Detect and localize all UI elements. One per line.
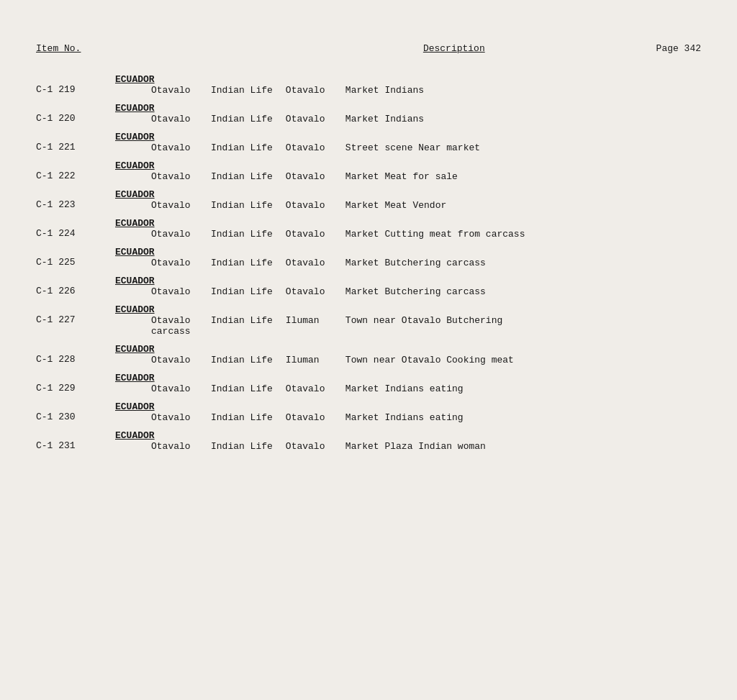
country-label: ECUADOR	[108, 304, 701, 315]
category: Indian Life	[211, 171, 273, 182]
item-number: C-1 227	[36, 304, 108, 325]
item-number: C-1 223	[36, 189, 108, 210]
category: Indian Life	[211, 286, 273, 297]
country-label: ECUADOR	[108, 160, 701, 171]
table-row: C-1 228ECUADOROtavaloIndian LifeIlumanTo…	[36, 344, 701, 365]
entries-list: C-1 219ECUADOROtavaloIndian LifeOtavaloM…	[36, 74, 701, 459]
country-label: ECUADOR	[108, 401, 701, 412]
entry-content: ECUADOROtavaloIndian LifeOtavaloMarket I…	[108, 373, 701, 394]
entry-continuation: carcass	[108, 326, 701, 337]
description: Town near Otavalo Butchering	[345, 315, 701, 326]
location: Otavalo	[151, 286, 198, 297]
description: Market Meat Vendor	[345, 200, 701, 211]
entry-details: OtavaloIndian LifeIlumanTown near Otaval…	[108, 315, 701, 326]
country-label: ECUADOR	[108, 247, 701, 258]
category: Indian Life	[211, 229, 273, 240]
category: Indian Life	[211, 355, 273, 365]
table-row: C-1 221ECUADOROtavaloIndian LifeOtavaloS…	[36, 132, 701, 153]
entry-details: OtavaloIndian LifeOtavaloMarket Indians	[108, 114, 701, 124]
entry-details: OtavaloIndian LifeOtavaloStreet scene Ne…	[108, 142, 701, 153]
location: Otavalo	[151, 85, 198, 96]
item-number: C-1 226	[36, 276, 108, 296]
category: Indian Life	[211, 114, 273, 124]
description: Market Indians eating	[345, 412, 701, 423]
entry-content: ECUADOROtavaloIndian LifeIlumanTown near…	[108, 344, 701, 365]
description: Market Cutting meat from carcass	[345, 229, 701, 240]
item-number: C-1 231	[36, 430, 108, 451]
entry-details: OtavaloIndian LifeOtavaloMarket Indians	[108, 85, 701, 96]
location: Otavalo	[151, 315, 198, 326]
table-row: C-1 222ECUADOROtavaloIndian LifeOtavaloM…	[36, 160, 701, 182]
entry-content: ECUADOROtavaloIndian LifeOtavaloMarket I…	[108, 103, 701, 124]
description: Market Indians eating	[345, 383, 701, 394]
table-row: C-1 224ECUADOROtavaloIndian LifeOtavaloM…	[36, 218, 701, 240]
entry-details: OtavaloIndian LifeIlumanTown near Otaval…	[108, 355, 701, 365]
entry-details: OtavaloIndian LifeOtavaloMarket Meat for…	[108, 171, 701, 182]
entry-content: ECUADOROtavaloIndian LifeIlumanTown near…	[108, 304, 701, 337]
table-row: C-1 223ECUADOROtavaloIndian LifeOtavaloM…	[36, 189, 701, 211]
table-row: C-1 229ECUADOROtavaloIndian LifeOtavaloM…	[36, 373, 701, 394]
entry-details: OtavaloIndian LifeOtavaloMarket Plaza In…	[108, 441, 701, 452]
location: Otavalo	[151, 383, 198, 394]
item-number: C-1 230	[36, 401, 108, 422]
entry-details: OtavaloIndian LifeOtavaloMarket Meat Ven…	[108, 200, 701, 211]
category: Indian Life	[211, 315, 273, 326]
city: Otavalo	[286, 383, 333, 394]
location: Otavalo	[151, 229, 198, 240]
entry-content: ECUADOROtavaloIndian LifeOtavaloMarket B…	[108, 247, 701, 268]
item-number: C-1 222	[36, 160, 108, 181]
table-row: C-1 219ECUADOROtavaloIndian LifeOtavaloM…	[36, 74, 701, 96]
entry-details: OtavaloIndian LifeOtavaloMarket Butcheri…	[108, 258, 701, 268]
category: Indian Life	[211, 383, 273, 394]
entry-content: ECUADOROtavaloIndian LifeOtavaloMarket B…	[108, 276, 701, 297]
description: Market Meat for sale	[345, 171, 701, 182]
category: Indian Life	[211, 200, 273, 211]
city: Otavalo	[286, 412, 333, 423]
entry-content: ECUADOROtavaloIndian LifeOtavaloMarket M…	[108, 160, 701, 182]
country-label: ECUADOR	[108, 344, 701, 355]
header-description: Description	[252, 43, 656, 54]
item-number: C-1 221	[36, 132, 108, 153]
category: Indian Life	[211, 142, 273, 153]
category: Indian Life	[211, 85, 273, 96]
city: Iluman	[286, 355, 333, 365]
item-number: C-1 220	[36, 103, 108, 124]
description: Market Plaza Indian woman	[345, 441, 701, 452]
table-row: C-1 230ECUADOROtavaloIndian LifeOtavaloM…	[36, 401, 701, 423]
item-number: C-1 228	[36, 344, 108, 365]
city: Otavalo	[286, 142, 333, 153]
entry-content: ECUADOROtavaloIndian LifeOtavaloMarket I…	[108, 401, 701, 423]
entry-content: ECUADOROtavaloIndian LifeOtavaloMarket M…	[108, 189, 701, 211]
country-label: ECUADOR	[108, 189, 701, 200]
city: Otavalo	[286, 441, 333, 452]
location: Otavalo	[151, 171, 198, 182]
item-number: C-1 225	[36, 247, 108, 268]
city: Otavalo	[286, 114, 333, 124]
category: Indian Life	[211, 258, 273, 268]
table-row: C-1 227ECUADOROtavaloIndian LifeIlumanTo…	[36, 304, 701, 337]
entry-content: ECUADOROtavaloIndian LifeOtavaloMarket C…	[108, 218, 701, 240]
entry-details: OtavaloIndian LifeOtavaloMarket Cutting …	[108, 229, 701, 240]
country-label: ECUADOR	[108, 103, 701, 114]
table-row: C-1 226ECUADOROtavaloIndian LifeOtavaloM…	[36, 276, 701, 297]
location: Otavalo	[151, 258, 198, 268]
description: Market Indians	[345, 85, 701, 96]
city: Otavalo	[286, 171, 333, 182]
country-label: ECUADOR	[108, 74, 701, 85]
entry-details: OtavaloIndian LifeOtavaloMarket Indians …	[108, 383, 701, 394]
entry-details: OtavaloIndian LifeOtavaloMarket Indians …	[108, 412, 701, 423]
country-label: ECUADOR	[108, 430, 701, 441]
city: Iluman	[286, 315, 333, 326]
location: Otavalo	[151, 200, 198, 211]
description: Town near Otavalo Cooking meat	[345, 355, 701, 365]
location: Otavalo	[151, 114, 198, 124]
entry-content: ECUADOROtavaloIndian LifeOtavaloMarket I…	[108, 74, 701, 96]
location: Otavalo	[151, 142, 198, 153]
location: Otavalo	[151, 355, 198, 365]
header-item-no: Item No.	[36, 43, 108, 54]
location: Otavalo	[151, 412, 198, 423]
description: Market Butchering carcass	[345, 286, 701, 297]
item-number: C-1 229	[36, 373, 108, 394]
item-number: C-1 219	[36, 74, 108, 95]
description: Street scene Near market	[345, 142, 701, 153]
